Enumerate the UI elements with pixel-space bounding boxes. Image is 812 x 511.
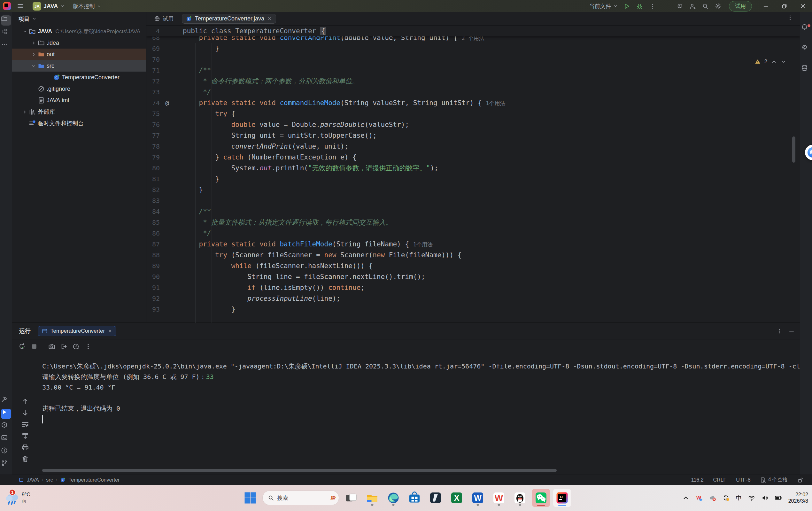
ime-indicator[interactable]: 中 — [736, 494, 742, 502]
vcs-widget[interactable]: 版本控制 — [70, 2, 104, 11]
chevron-right-icon[interactable] — [30, 51, 37, 58]
run-tab[interactable]: TemperatureConverter — [38, 326, 116, 336]
database-tool-button[interactable] — [801, 64, 811, 75]
tree-item-gitignore[interactable]: .gitignore — [12, 83, 146, 94]
code-with-me-button[interactable] — [686, 1, 699, 11]
next-problem-chevron-icon[interactable] — [781, 59, 786, 64]
tree-item-out[interactable]: out — [12, 49, 146, 60]
settings-button[interactable] — [712, 1, 724, 11]
terminal-tool-button[interactable] — [1, 434, 11, 445]
chevron-right-icon[interactable] — [21, 108, 28, 115]
arrow-up-button[interactable] — [21, 398, 29, 405]
console-output[interactable]: C:\Users\朱彦硕\.jdks\openjdk-25.0.2\bin\ja… — [38, 353, 800, 475]
ai-assistant-tool-button[interactable] — [801, 44, 811, 54]
taskbar-search[interactable]: 搜索 — [262, 490, 339, 505]
trial-tab[interactable]: 试用 — [154, 15, 174, 22]
structure-tool-button[interactable] — [1, 28, 11, 38]
more-tool-button[interactable] — [1, 41, 11, 51]
problems-tool-button[interactable] — [1, 447, 11, 457]
breadcrumb-item[interactable]: TemperatureConverter — [68, 477, 119, 483]
clock[interactable]: 22:022026/3/8 — [788, 491, 808, 504]
store-taskbar-button[interactable] — [406, 489, 424, 507]
battery-icon[interactable] — [775, 494, 782, 502]
volume-icon[interactable] — [761, 494, 768, 502]
breadcrumb-item[interactable]: JAVA — [27, 477, 39, 483]
breadcrumb-item[interactable]: src — [46, 477, 53, 483]
kebab-icon[interactable] — [776, 328, 783, 334]
caret-position[interactable]: 116:2 — [691, 477, 704, 483]
tree-item-idea[interactable]: .idea — [12, 37, 146, 49]
more-actions-button[interactable] — [646, 1, 659, 11]
project-widget[interactable]: JA JAVA — [30, 1, 67, 11]
tab-options-button[interactable] — [787, 15, 795, 23]
tree-item-temperatureconverter[interactable]: CTemperatureConverter — [12, 72, 146, 83]
project-folder-tool-button[interactable] — [1, 15, 11, 26]
darkapp-taskbar-button[interactable] — [427, 489, 444, 507]
editor-tab-active[interactable]: C TemperatureConverter.java — [182, 14, 276, 24]
close-run-tab-icon[interactable] — [108, 329, 112, 333]
build-tool-button[interactable] — [1, 396, 11, 406]
kebab-button[interactable] — [85, 343, 92, 350]
idea-taskbar-button[interactable]: IJ — [553, 489, 571, 507]
arrow-down-button[interactable] — [21, 409, 29, 417]
minimize-button[interactable] — [756, 0, 775, 12]
excel-taskbar-button[interactable]: X — [448, 489, 466, 507]
tree-item-src[interactable]: src — [12, 60, 146, 72]
run-tool-button[interactable] — [1, 409, 11, 419]
wifi-icon[interactable] — [748, 494, 755, 502]
chevron-down-icon[interactable] — [21, 28, 28, 35]
notifications-button[interactable] — [801, 24, 811, 34]
project-panel-header[interactable]: 项目 — [12, 12, 146, 26]
line-separator[interactable]: CRLF — [713, 477, 727, 483]
qq-taskbar-button[interactable] — [511, 489, 529, 507]
file-encoding[interactable]: UTF-8 — [736, 477, 750, 483]
clear-button[interactable] — [21, 455, 29, 463]
services-tool-button[interactable] — [1, 422, 11, 432]
editor-vertical-scrollbar[interactable] — [792, 137, 795, 163]
chevron-right-icon[interactable] — [30, 39, 37, 46]
hidden-icons-chevron-icon[interactable] — [682, 494, 689, 502]
tree-item-java-iml[interactable]: JAVA.iml — [12, 94, 146, 106]
start-button[interactable] — [241, 489, 259, 507]
print-button[interactable] — [21, 444, 29, 451]
sync-icon[interactable] — [723, 494, 730, 502]
export-button[interactable] — [60, 343, 67, 350]
console-horizontal-scrollbar[interactable] — [42, 469, 557, 472]
taskview-taskbar-button[interactable] — [342, 489, 360, 507]
indent-setting[interactable]: 4 个空格 — [760, 477, 788, 483]
restore-button[interactable] — [775, 0, 793, 12]
rerun-button[interactable] — [19, 343, 26, 350]
git-tool-button[interactable] — [1, 460, 11, 470]
onedrive-error-icon[interactable] — [709, 494, 716, 502]
code-area[interactable]: 4public class TemperatureConverter { 68 … — [146, 26, 800, 323]
gutter-annotation — [160, 184, 174, 195]
word-taskbar-button[interactable]: W — [469, 489, 487, 507]
wps-taskbar-button[interactable]: W — [490, 489, 508, 507]
chevron-down-icon[interactable] — [30, 62, 37, 69]
stop-button[interactable] — [31, 343, 38, 350]
tree-item-java[interactable]: JAVAC:\Users\朱彦硕\IdeaProjects\JAVA — [12, 26, 146, 37]
close-button[interactable] — [793, 0, 812, 12]
hide-panel-icon[interactable] — [788, 328, 795, 334]
wps-cloud-icon[interactable]: W — [696, 494, 703, 502]
prev-problem-chevron-icon[interactable] — [771, 59, 777, 64]
scroll-end-button[interactable] — [21, 432, 29, 440]
soft-wrap-button[interactable] — [21, 421, 29, 428]
run-button[interactable] — [620, 1, 633, 11]
readonly-toggle[interactable] — [797, 477, 803, 483]
wechat-taskbar-button[interactable] — [532, 489, 550, 507]
close-tab-icon[interactable] — [267, 16, 272, 21]
debug-button[interactable] — [633, 1, 646, 11]
run-configuration-selector[interactable]: 当前文件 — [587, 2, 620, 11]
ai-assistant-button[interactable] — [673, 1, 686, 11]
edge-taskbar-button[interactable] — [384, 489, 402, 507]
inspections-widget[interactable]: 2 — [752, 58, 789, 66]
profiler-button[interactable] — [72, 343, 80, 350]
search-everywhere-button[interactable] — [699, 1, 712, 11]
tree-item-外部库[interactable]: 外部库 — [12, 106, 146, 118]
explorer-taskbar-button[interactable] — [363, 489, 381, 507]
camera-button[interactable] — [48, 343, 55, 350]
tree-item-临时文件和控制台[interactable]: 临时文件和控制台 — [12, 118, 146, 129]
main-menu-button[interactable] — [14, 1, 27, 11]
trial-button[interactable]: 试用 — [729, 1, 752, 11]
